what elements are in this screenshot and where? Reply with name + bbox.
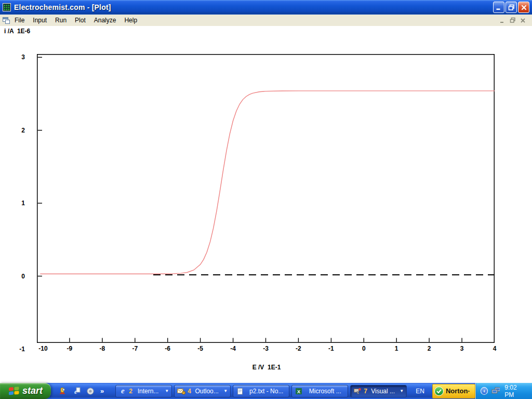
taskbar-button-outlook[interactable]: 4Outloo...▼ — [174, 385, 231, 397]
title-bar: Electrochemist.com - [Plot] — [0, 0, 532, 15]
group-dropdown-icon: ▼ — [165, 389, 169, 393]
app-launcher-icon[interactable] — [58, 387, 66, 395]
quick-launch-bar: e» — [51, 387, 110, 395]
x-tick-label: -2 — [288, 345, 309, 352]
x-axis-title: E /V 1E-1 — [225, 364, 308, 371]
restore-button[interactable] — [506, 2, 517, 13]
task-group-count: 2 — [129, 388, 132, 395]
x-tick-label: 4 — [484, 345, 505, 352]
start-button[interactable]: start — [0, 383, 51, 399]
taskbar-button-visual-app[interactable]: 7Visual ...▼ — [350, 385, 407, 397]
x-tick-label: -6 — [157, 345, 178, 352]
tray-collapse-icon[interactable]: ‹ — [481, 387, 488, 395]
taskbar: start e» e2Intern...▼4Outloo...▼p2.txt -… — [0, 383, 532, 399]
plot-grid-icon — [3, 3, 11, 11]
y-tick-label: 1 — [4, 200, 25, 207]
task-button-label: Visual ... — [369, 388, 396, 395]
outlook-icon — [177, 387, 185, 395]
x-tick-label: -3 — [256, 345, 276, 352]
norton-check-icon — [434, 387, 444, 396]
menu-item-help[interactable]: Help — [120, 15, 141, 25]
task-group-count: 4 — [188, 388, 191, 395]
mdi-restore-button[interactable] — [510, 17, 516, 23]
norton-label: Norton· — [446, 387, 470, 395]
media-player-icon[interactable] — [86, 387, 95, 395]
y-tick-label: 3 — [4, 54, 25, 61]
mdi-child-icon — [2, 16, 10, 24]
task-button-label: Outloo... — [193, 388, 220, 395]
desktop: { "window": { "title": "Electrochemist.c… — [0, 0, 532, 399]
menu-item-run[interactable]: Run — [51, 15, 71, 25]
notepad-icon — [236, 387, 244, 395]
x-tick-label: 0 — [353, 345, 374, 352]
menu-bar: FileInputRunPlotAnalyzeHelp — [0, 15, 532, 26]
windows-logo-icon — [8, 386, 20, 396]
voltammogram-curve — [40, 91, 495, 274]
task-group-count: 7 — [364, 388, 367, 395]
minimize-button[interactable] — [493, 2, 504, 13]
x-tick-label: 2 — [419, 345, 440, 352]
plot-area — [37, 54, 495, 343]
restore-icon — [508, 4, 515, 11]
internet-explorer-quicklaunch-icon[interactable]: e — [72, 387, 81, 395]
x-tick-label: -8 — [92, 345, 113, 352]
menu-item-analyze[interactable]: Analyze — [90, 15, 121, 25]
start-label: start — [22, 385, 43, 396]
task-button-label: Microsoft ... — [305, 388, 345, 395]
svg-text:X: X — [297, 389, 300, 394]
y-tick-label: 0 — [4, 273, 25, 280]
x-tick-label: -10 — [33, 345, 54, 352]
internet-explorer-icon: e — [118, 387, 127, 395]
menu-item-input[interactable]: Input — [29, 15, 51, 25]
menu-item-plot[interactable]: Plot — [71, 15, 90, 25]
svg-text:e: e — [74, 388, 77, 395]
x-tick-label: 1 — [386, 345, 407, 352]
minimize-icon — [496, 4, 502, 10]
x-tick-label: -4 — [223, 345, 244, 352]
taskbar-button-internet-explorer[interactable]: e2Intern...▼ — [115, 385, 172, 397]
close-button[interactable] — [518, 2, 529, 13]
taskbar-button-notepad[interactable]: p2.txt - No... — [233, 385, 289, 397]
taskbar-button-excel[interactable]: XMicrosoft ... — [291, 385, 348, 397]
close-icon — [521, 4, 527, 11]
x-tick-label: 3 — [451, 345, 472, 352]
group-dropdown-icon: ▼ — [400, 389, 404, 393]
x-tick-label: -5 — [190, 345, 211, 352]
y-axis-title: i /A 1E-6 — [4, 28, 30, 35]
excel-icon: X — [295, 387, 303, 395]
clock: 9:02 PM — [503, 384, 527, 398]
mdi-minimize-button[interactable] — [500, 18, 506, 23]
window-title: Electrochemist.com - [Plot] — [14, 3, 111, 11]
system-tray: ‹ 9:02 PM — [475, 383, 532, 399]
menu-item-file[interactable]: File — [10, 15, 29, 25]
quick-launch-overflow-icon[interactable]: » — [100, 387, 104, 395]
norton-tray-button[interactable]: Norton· — [432, 384, 475, 398]
x-tick-label: -1 — [321, 345, 341, 352]
task-button-label: p2.txt - No... — [246, 388, 286, 395]
x-tick-label: -7 — [125, 345, 145, 352]
y-tick-label: -1 — [4, 345, 25, 353]
visual-app-icon — [353, 387, 362, 395]
task-button-label: Intern... — [135, 388, 162, 395]
y-tick-label: 2 — [4, 127, 25, 134]
mdi-close-button[interactable] — [520, 18, 526, 23]
language-indicator[interactable]: EN — [411, 388, 429, 395]
plot-border — [37, 55, 495, 343]
network-tray-icon[interactable] — [491, 387, 500, 395]
group-dropdown-icon: ▼ — [223, 389, 228, 393]
x-tick-label: -9 — [59, 345, 80, 352]
plot-client-area: i /A 1E-6 -10-9-8-7-6-5-4-3-2-1012343210… — [0, 26, 532, 383]
